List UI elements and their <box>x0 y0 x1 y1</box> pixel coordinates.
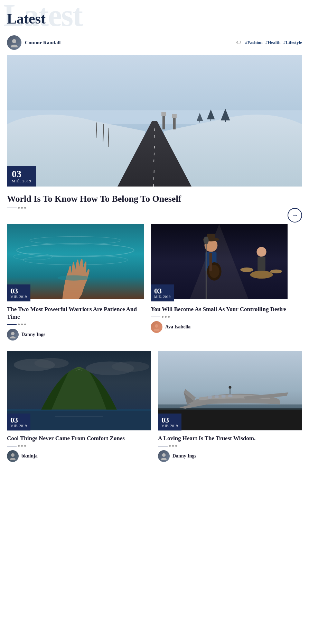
card-date-badge-2: 03 MIÉ. 2019 <box>151 284 174 301</box>
page-title: Latest <box>7 7 302 27</box>
card-author-3: bkninja <box>7 450 151 462</box>
card-image-3: 03 MIÉ. 2019 <box>7 351 151 430</box>
tag-lifestyle[interactable]: #Lifestyle <box>283 40 302 45</box>
author-avatar-ava <box>151 321 162 333</box>
tag-fashion[interactable]: #Fashion <box>245 40 263 45</box>
tag-icon: 🏷 <box>236 40 241 45</box>
card-title-3[interactable]: Cool Things Never Came From Comfort Zone… <box>7 435 151 442</box>
svg-rect-9 <box>173 117 176 129</box>
author-name-2: Ava Isabella <box>165 324 190 330</box>
svg-point-1 <box>11 45 18 47</box>
svg-point-35 <box>154 329 159 331</box>
svg-point-46 <box>10 458 16 460</box>
svg-point-32 <box>240 267 253 272</box>
grid-row-2: 03 MIÉ. 2019 Cool Things Never Came From… <box>7 351 302 462</box>
card-image-4: 03 MIÉ. 2019 <box>158 351 302 430</box>
featured-title[interactable]: World Is To Know How To Belong To Onesel… <box>7 193 302 204</box>
articles-grid: 03 MIÉ. 2019 The Two Most Powerful Warri… <box>0 215 309 479</box>
featured-image: 03 MIÉ. 2019 <box>7 55 302 187</box>
card-title-4[interactable]: A Loving Heart Is The Truest Wisdom. <box>158 435 302 442</box>
featured-content: World Is To Know How To Belong To Onesel… <box>7 187 302 215</box>
svg-rect-8 <box>161 112 166 116</box>
article-card-2: 03 MIÉ. 2019 You Will Become As Small As… <box>151 222 288 341</box>
featured-date-day: 03 <box>12 169 31 179</box>
tags: 🏷 #Fashion #Health #Lifestyle <box>236 40 302 45</box>
featured-article: 03 MIÉ. 2019 World Is To Know How To Bel… <box>7 55 302 215</box>
svg-point-0 <box>12 39 16 43</box>
read-more-button[interactable]: → <box>288 208 302 223</box>
svg-rect-7 <box>162 116 165 129</box>
card-date-badge-1: 03 MIÉ. 2019 <box>7 284 30 301</box>
svg-point-28 <box>204 237 209 245</box>
svg-point-56 <box>162 453 166 457</box>
author-name-1: Danny Ings <box>21 332 45 337</box>
author-name-4: Danny Ings <box>172 453 196 459</box>
svg-rect-49 <box>158 405 302 410</box>
card-author-2: Ava Isabella <box>151 321 288 333</box>
author-avatar-danny2 <box>158 450 170 462</box>
card-author-1: Danny Ings <box>7 329 144 341</box>
svg-point-57 <box>161 458 167 460</box>
card-date-badge-4: 03 MIÉ. 2019 <box>158 414 181 430</box>
svg-point-17 <box>11 332 15 335</box>
svg-point-33 <box>270 270 282 273</box>
card-date-badge-3: 03 MIÉ. 2019 <box>7 414 30 430</box>
author-info: Connor Randall <box>7 35 61 50</box>
tag-health[interactable]: #Health <box>265 40 281 45</box>
featured-date-month: MIÉ. 2019 <box>12 179 31 183</box>
card-image-2: 03 MIÉ. 2019 <box>151 222 288 301</box>
grid-row-1: 03 MIÉ. 2019 The Two Most Powerful Warri… <box>7 222 288 341</box>
svg-point-18 <box>10 336 16 338</box>
card-title-1[interactable]: The Two Most Powerful Warriors Are Patie… <box>7 306 144 321</box>
svg-point-38 <box>34 358 68 369</box>
card-image-1: 03 MIÉ. 2019 <box>7 222 144 301</box>
dash-divider <box>7 207 302 209</box>
author-avatar-danny <box>7 329 19 341</box>
svg-rect-54 <box>222 395 226 398</box>
author-name-3: bkninja <box>21 453 38 459</box>
header: Latest Latest <box>0 0 309 30</box>
svg-point-40 <box>112 362 149 372</box>
article-card-4: 03 MIÉ. 2019 A Loving Heart Is The Trues… <box>158 351 302 462</box>
svg-point-31 <box>250 271 273 279</box>
article-card-1: 03 MIÉ. 2019 The Two Most Powerful Warri… <box>7 222 144 341</box>
author-bar: Connor Randall 🏷 #Fashion #Health #Lifes… <box>0 30 309 55</box>
article-card-3: 03 MIÉ. 2019 Cool Things Never Came From… <box>7 351 151 462</box>
avatar <box>7 35 21 50</box>
svg-rect-30 <box>258 257 265 271</box>
author-name: Connor Randall <box>25 40 61 46</box>
author-avatar-bk <box>7 450 19 462</box>
card-title-2[interactable]: You Will Become As Small As Your Control… <box>151 306 288 313</box>
svg-rect-55 <box>228 394 233 397</box>
svg-point-51 <box>229 386 232 389</box>
svg-point-16 <box>57 275 90 281</box>
svg-rect-10 <box>172 114 177 118</box>
svg-rect-26 <box>209 253 212 271</box>
svg-point-34 <box>155 324 158 328</box>
svg-point-29 <box>256 247 266 257</box>
card-author-4: Danny Ings <box>158 450 302 462</box>
svg-rect-53 <box>215 395 219 398</box>
svg-point-45 <box>11 453 15 457</box>
svg-rect-52 <box>208 396 212 399</box>
featured-date-badge: 03 MIÉ. 2019 <box>7 166 36 187</box>
